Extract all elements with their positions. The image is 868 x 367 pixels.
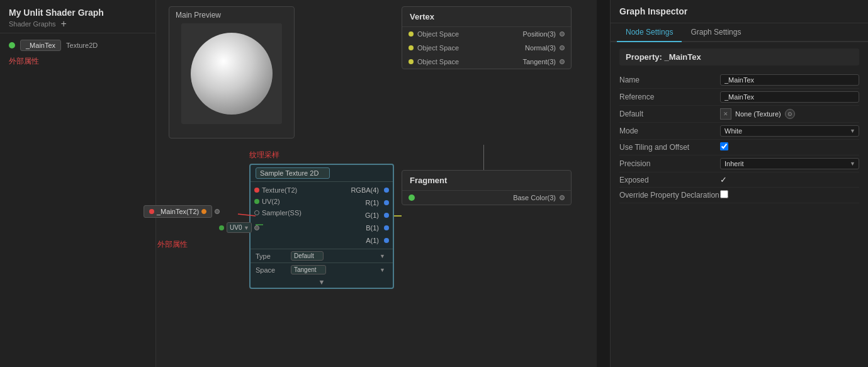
texture-type-select[interactable]: Default	[291, 251, 324, 261]
tab-row: Node Settings Graph Settings	[611, 23, 868, 42]
texture-sample-annotation: 纹理采样	[249, 150, 279, 161]
prop-row-override: Override Property Declaration	[619, 188, 859, 203]
fragment-basecolor-output: Base Color(3)	[513, 194, 556, 201]
prop-key-reference: Reference	[619, 93, 720, 101]
uv-select[interactable]: UV0 UV1 UV2 UV3	[227, 222, 252, 233]
texture-output-r-label: R(1)	[366, 199, 379, 206]
fragment-node: Fragment Base Color(3)	[402, 170, 572, 205]
texture-body: Texture(T2) UV(2) Sampler(SS) RGBA(4)	[251, 182, 393, 249]
app-subtitle: Shader Graphs +	[9, 19, 147, 29]
texture-input-sampler: Sampler(SS)	[254, 207, 344, 218]
uv-node: UV0 UV1 UV2 UV3 ▼	[219, 222, 259, 233]
vertex-row-tangent: Object Space Tangent(3)	[402, 55, 571, 69]
texture-inputs: Texture(T2) UV(2) Sampler(SS)	[254, 184, 344, 246]
precision-select[interactable]: Inherit Half Float	[720, 158, 859, 169]
vertex-normal-label: Object Space	[417, 44, 521, 52]
vertex-row-position: Object Space Position(3)	[402, 27, 571, 41]
texture-input-label-sampler: Sampler(SS)	[262, 209, 344, 217]
main-canvas: Main Preview Vertex Object Space Positio…	[156, 0, 597, 367]
maintex-connector	[215, 209, 220, 214]
prop-value-name	[720, 74, 859, 86]
vertex-tangent-label: Object Space	[417, 58, 519, 65]
right-panel: Graph Inspector Node Settings Graph Sett…	[610, 0, 868, 367]
texture-footer-type-label: Type	[256, 252, 287, 260]
tab-graph-settings[interactable]: Graph Settings	[682, 23, 750, 42]
texture-footer-space-label: Space	[256, 266, 287, 274]
left-panel: My Unlit Shader Graph Shader Graphs + _M…	[0, 0, 156, 367]
texture-input-uv: UV(2)	[254, 196, 344, 207]
texture-output-b: B(1)	[366, 222, 389, 234]
property-dot	[9, 42, 15, 48]
main-preview-panel: Main Preview	[169, 6, 295, 138]
mode-select[interactable]: White Black Gray Bump	[720, 125, 859, 137]
texture-footer-type-select-wrapper: Default ▼	[291, 251, 388, 261]
texture-dot-green	[254, 199, 259, 204]
prop-key-tiling: Use Tiling and Offset	[619, 143, 720, 152]
sample-texture-type-select[interactable]: Sample Texture 2D	[256, 167, 330, 179]
texture-input-label-uv: UV(2)	[262, 198, 344, 205]
fragment-basecolor-dot	[409, 195, 415, 201]
texture-input-label-texture: Texture(T2)	[262, 186, 344, 194]
texture-output-dot-b	[384, 225, 389, 230]
prop-row-precision: Precision Inherit Half Float ▼	[619, 155, 859, 172]
prop-input-reference[interactable]	[720, 91, 859, 103]
prop-row-mode: Mode White Black Gray Bump ▼	[619, 123, 859, 140]
texture-output-a-label: A(1)	[366, 237, 379, 244]
fragment-node-title: Fragment	[402, 171, 571, 191]
prop-value-exposed: ✓	[720, 175, 859, 184]
exposed-checkmark: ✓	[720, 175, 727, 184]
maintex-orange-dot	[201, 209, 206, 214]
fragment-basecolor-connector	[560, 195, 565, 200]
expand-arrow[interactable]: ▼	[251, 276, 393, 288]
prop-key-mode: Mode	[619, 127, 720, 135]
add-property-button[interactable]: +	[60, 19, 68, 29]
texture-output-dot-rgba	[384, 188, 389, 193]
texture-output-g-label: G(1)	[365, 212, 379, 219]
tab-node-settings[interactable]: Node Settings	[617, 23, 682, 42]
main-preview-title: Main Preview	[169, 7, 294, 23]
texture-footer-space: Space Tangent ▼	[251, 263, 393, 276]
graph-inspector-title: Graph Inspector	[611, 0, 868, 23]
prop-key-precision: Precision	[619, 159, 720, 168]
prop-key-name: Name	[619, 76, 720, 84]
override-checkbox[interactable]	[720, 190, 728, 198]
prop-key-default: Default	[619, 110, 720, 118]
prop-key-override: Override Property Declaration	[619, 191, 720, 200]
prop-value-precision: Inherit Half Float ▼	[720, 158, 859, 169]
vertex-row-normal: Object Space Normal(3)	[402, 41, 571, 55]
texture-output-rgba: RGBA(4)	[351, 184, 389, 196]
preview-area	[181, 23, 282, 124]
prop-row-default: Default ✕ None (Texture) ⊙	[619, 106, 859, 123]
prop-row-reference: Reference	[619, 89, 859, 106]
vertex-node-title: Vertex	[402, 7, 571, 27]
property-section: Property: _MainTex Name Reference Defaul…	[611, 42, 868, 210]
prop-value-mode: White Black Gray Bump ▼	[720, 125, 859, 137]
prop-row-name: Name	[619, 72, 859, 89]
fragment-row-basecolor: Base Color(3)	[402, 191, 571, 205]
prop-value-default: ✕ None (Texture) ⊙	[720, 108, 859, 120]
texture-outputs: RGBA(4) R(1) G(1) B(1) A(1)	[344, 184, 389, 246]
external-property-label-left: 外部属性	[0, 55, 155, 72]
prop-input-name[interactable]	[720, 74, 859, 86]
texture-select-button[interactable]: ⊙	[785, 109, 795, 119]
left-panel-header: My Unlit Shader Graph Shader Graphs +	[0, 0, 155, 33]
sample-texture-node: Sample Texture 2D Texture(T2) UV(2) Samp…	[249, 164, 394, 289]
property-header: Property: _MainTex	[619, 48, 859, 65]
property-item: _MainTex Texture2D	[0, 36, 155, 55]
vertex-normal-output: Normal(3)	[525, 44, 556, 52]
vertex-position-dot	[409, 31, 414, 37]
uv-select-wrapper: UV0 UV1 UV2 UV3 ▼	[227, 222, 252, 233]
texture-output-r: R(1)	[366, 197, 389, 208]
vertex-node: Vertex Object Space Position(3) Object S…	[402, 6, 572, 69]
vertex-position-connector	[560, 31, 565, 37]
app-title: My Unlit Shader Graph	[9, 8, 147, 18]
uv-dot	[219, 225, 224, 230]
texture-output-b-label: B(1)	[366, 224, 379, 232]
texture-footer-space-select-wrapper: Tangent ▼	[291, 265, 388, 274]
shader-graphs-label: Shader Graphs	[9, 20, 56, 28]
texture-output-a: A(1)	[366, 235, 389, 246]
vertex-position-output: Position(3)	[522, 30, 556, 38]
maintex-label: _MainTex(T2)	[157, 208, 199, 215]
tiling-checkbox[interactable]	[720, 142, 728, 150]
texture-space-select[interactable]: Tangent	[291, 265, 326, 274]
